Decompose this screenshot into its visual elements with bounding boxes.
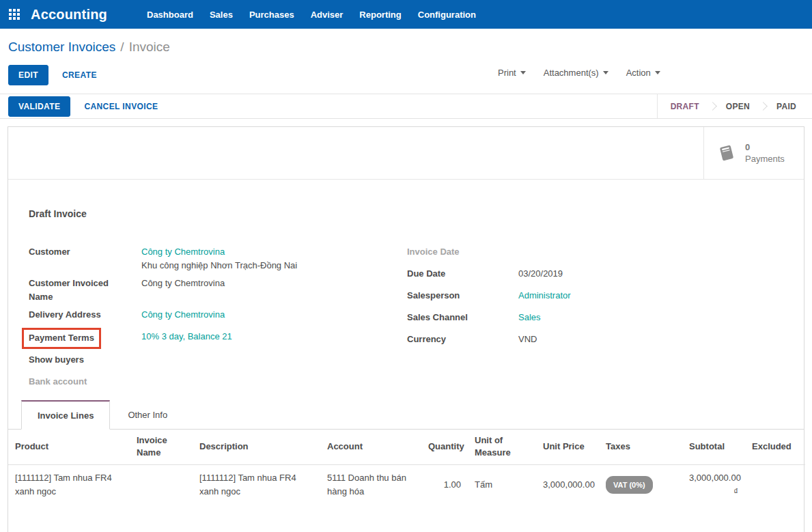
fields-left-group: Customer Công ty Chemtrovina Khu công ng… <box>29 245 407 397</box>
field-bank-account: Bank account <box>29 375 407 393</box>
col-unit-of-measure: Unit of Measure <box>468 430 536 464</box>
invoice-lines-table: Product Invoice Name Description Account… <box>8 430 805 505</box>
validate-button[interactable]: VALIDATE <box>8 96 70 117</box>
attachments-dropdown[interactable]: Attachment(s) <box>544 68 608 78</box>
payments-count: 0 <box>745 141 785 153</box>
col-description: Description <box>193 430 320 464</box>
nav-item-reporting[interactable]: Reporting <box>351 10 409 20</box>
field-payment-terms: Payment Terms 10% 3 day, Balance 21 <box>29 330 407 349</box>
invoice-state-title: Draft Invoice <box>29 208 804 219</box>
invoice-date-label: Invoice Date <box>407 245 518 263</box>
nav-item-dashboard[interactable]: Dashboard <box>139 10 201 20</box>
payment-terms-label-highlighted: Payment Terms <box>22 328 101 349</box>
payments-label: Payments <box>745 153 785 165</box>
apps-menu-icon[interactable] <box>9 9 20 20</box>
state-widget: DRAFT OPEN PAID <box>657 94 812 118</box>
col-subtotal: Subtotal <box>682 430 745 464</box>
state-draft[interactable]: DRAFT <box>662 102 708 111</box>
print-dropdown[interactable]: Print <box>498 68 526 78</box>
salesperson-link[interactable]: Administrator <box>518 290 571 300</box>
delivery-address-link[interactable]: Công ty Chemtrovina <box>141 309 225 320</box>
field-customer: Customer Công ty Chemtrovina Khu công ng… <box>29 245 407 272</box>
control-panel-buttons: EDIT CREATE <box>8 65 97 85</box>
cell-excluded <box>745 464 805 505</box>
cell-uom: Tấm <box>468 464 536 505</box>
currency-label: Currency <box>407 333 518 350</box>
field-delivery-address: Delivery Address Công ty Chemtrovina <box>29 308 407 326</box>
app-title[interactable]: Accounting <box>31 7 107 23</box>
field-show-buyers: Show buyers <box>29 353 407 371</box>
salesperson-label: Salesperson <box>407 289 518 307</box>
nav-menu: Dashboard Sales Purchases Adviser Report… <box>139 10 484 20</box>
action-label: Action <box>626 68 651 78</box>
print-label: Print <box>498 68 516 78</box>
cancel-invoice-button[interactable]: CANCEL INVOICE <box>84 102 158 111</box>
cell-product: [1111112] Tam nhua FR4 xanh ngoc <box>8 464 130 505</box>
state-paid[interactable]: PAID <box>768 102 805 111</box>
col-invoice-name: Invoice Name <box>130 430 193 464</box>
nav-item-configuration[interactable]: Configuration <box>410 10 484 20</box>
button-box: 0 Payments <box>8 127 804 180</box>
field-salesperson: Salesperson Administrator <box>407 289 789 307</box>
nav-item-adviser[interactable]: Adviser <box>303 10 352 20</box>
state-open[interactable]: OPEN <box>717 102 759 111</box>
col-account: Account <box>320 430 421 464</box>
cell-subtotal: 3,000,000.00 ₫ <box>682 464 745 505</box>
due-date-value: 03/20/2019 <box>518 267 789 285</box>
customer-link[interactable]: Công ty Chemtrovina <box>141 247 225 257</box>
show-buyers-value <box>141 353 407 371</box>
customer-invoiced-name-value: Công ty Chemtrovina <box>141 277 407 304</box>
chevron-separator-icon <box>759 102 768 111</box>
tab-other-info[interactable]: Other Info <box>110 400 185 429</box>
payment-terms-link[interactable]: 10% 3 day, Balance 21 <box>141 331 232 341</box>
sales-channel-link[interactable]: Sales <box>518 312 541 322</box>
cell-invoice-name <box>130 464 193 505</box>
invoice-line-row[interactable]: [1111112] Tam nhua FR4 xanh ngoc [111111… <box>8 464 805 505</box>
tax-badge: VAT (0%) <box>606 476 653 494</box>
col-excluded: Excluded <box>745 430 805 464</box>
field-customer-invoiced-name: Customer Invoiced Name Công ty Chemtrovi… <box>29 277 407 304</box>
show-buyers-label: Show buyers <box>29 353 141 371</box>
tab-bar: Invoice Lines Other Info <box>8 400 804 430</box>
invoice-date-value <box>518 245 789 263</box>
field-due-date: Due Date 03/20/2019 <box>407 267 789 285</box>
payments-text: 0 Payments <box>745 141 785 165</box>
due-date-label: Due Date <box>407 267 518 285</box>
bank-account-label: Bank account <box>29 375 141 393</box>
customer-address: Khu công nghiệp Nhơn Trạch-Đồng Nai <box>141 259 407 272</box>
payments-stat-button[interactable]: 0 Payments <box>703 127 804 179</box>
field-sales-channel: Sales Channel Sales <box>407 311 789 328</box>
cell-account: 5111 Doanh thu bán hàng hóa <box>320 464 421 505</box>
notebook: Invoice Lines Other Info Product Invoice… <box>8 400 804 505</box>
sales-channel-label: Sales Channel <box>407 311 518 328</box>
create-button[interactable]: CREATE <box>62 70 97 80</box>
tab-invoice-lines[interactable]: Invoice Lines <box>21 400 110 430</box>
invoice-fields: Customer Công ty Chemtrovina Khu công ng… <box>29 245 804 397</box>
breadcrumb-customer-invoices[interactable]: Customer Invoices <box>8 40 115 54</box>
cell-quantity: 1.00 <box>421 464 468 505</box>
journal-book-icon <box>716 144 737 162</box>
field-currency: Currency VND <box>407 333 789 350</box>
col-product: Product <box>8 430 130 464</box>
nav-item-sales[interactable]: Sales <box>201 10 241 20</box>
delivery-address-label: Delivery Address <box>29 308 141 326</box>
customer-invoiced-name-label: Customer Invoiced Name <box>29 277 141 304</box>
edit-button[interactable]: EDIT <box>8 65 48 85</box>
bank-account-value <box>141 375 407 393</box>
col-taxes: Taxes <box>599 430 682 464</box>
top-navbar: Accounting Dashboard Sales Purchases Adv… <box>0 0 812 29</box>
cell-description: [1111112] Tam nhua FR4 xanh ngoc <box>193 464 320 505</box>
control-panel-dropdowns: Print Attachment(s) Action <box>498 68 660 78</box>
breadcrumb-separator: / <box>120 40 124 54</box>
cell-unit-price: 3,000,000.00 <box>536 464 599 505</box>
col-unit-price: Unit Price <box>536 430 599 464</box>
breadcrumb-current: Invoice <box>129 40 170 54</box>
customer-label: Customer <box>29 245 141 272</box>
breadcrumb: Customer Invoices/Invoice <box>8 40 170 55</box>
invoice-form-sheet: 0 Payments Draft Invoice Customer Công t… <box>8 126 804 532</box>
col-quantity: Quantity <box>421 430 468 464</box>
fields-right-group: Invoice Date Due Date 03/20/2019 Salespe… <box>407 245 789 397</box>
chevron-separator-icon <box>708 102 717 111</box>
action-dropdown[interactable]: Action <box>626 68 660 78</box>
nav-item-purchases[interactable]: Purchases <box>241 10 303 20</box>
